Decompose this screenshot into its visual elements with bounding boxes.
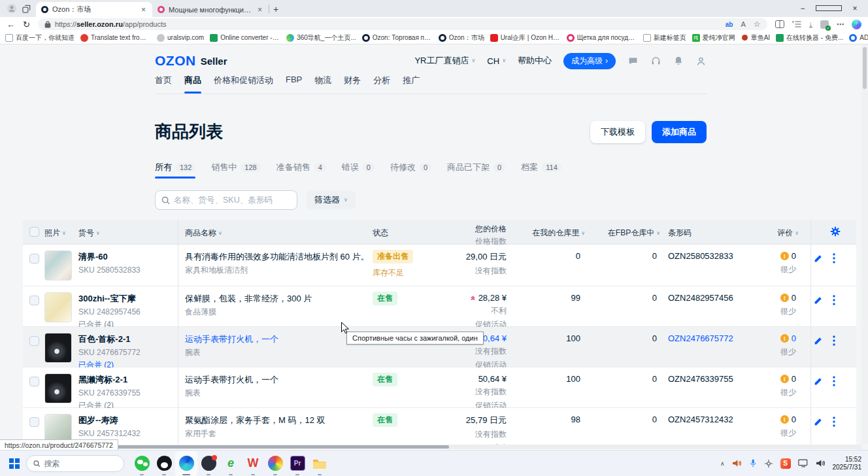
col-stock-my[interactable]: 在我的仓库里∨ (532, 228, 585, 239)
row-menu-button[interactable] (833, 295, 835, 305)
taskbar-app-edge[interactable] (175, 451, 197, 476)
language-switcher[interactable]: CH∨ (487, 56, 506, 66)
row-checkbox[interactable] (29, 417, 39, 427)
extension-icon[interactable]: ✓ (820, 20, 829, 29)
filter-tab-delisted[interactable]: 商品已下架0 (447, 162, 505, 178)
taskbar-search-input[interactable] (44, 459, 117, 468)
split-screen-icon[interactable] (775, 20, 784, 28)
more-menu-icon[interactable]: ⋯ (837, 20, 844, 29)
tab-groups-icon[interactable] (22, 5, 31, 13)
edit-button[interactable] (814, 296, 822, 305)
notifications-bell-icon[interactable] (673, 56, 684, 67)
filter-tab-all[interactable]: 所有132 (155, 162, 195, 178)
product-image[interactable] (44, 373, 72, 403)
nav-finance[interactable]: 财务 (344, 75, 361, 88)
taskbar-app-wechat[interactable] (131, 451, 153, 476)
bookmark[interactable]: Ozon: Торговая пл... (362, 34, 433, 42)
row-checkbox[interactable] (29, 254, 39, 264)
taskbar-app-wps[interactable]: W (242, 451, 264, 476)
horizontal-scrollbar[interactable] (0, 445, 861, 449)
filter-tab-errors[interactable]: 错误0 (342, 162, 375, 178)
bookmark[interactable]: Translate text from i... (80, 34, 151, 42)
edit-button[interactable] (814, 254, 822, 263)
filters-button[interactable]: 筛选器∨ (307, 190, 356, 210)
back-button[interactable]: ← (7, 20, 15, 29)
nav-pricing-promos[interactable]: 价格和促销活动 (214, 75, 273, 88)
row-checkbox[interactable] (29, 377, 39, 386)
bookmark[interactable]: Online converter - c... (210, 34, 280, 42)
col-stock-fbp[interactable]: 在FBP仓库中∨ (608, 228, 660, 239)
nav-analytics[interactable]: 分析 (373, 75, 390, 88)
filter-tab-ready[interactable]: 准备销售4 (276, 162, 326, 178)
taskbar-search[interactable] (26, 455, 124, 472)
row-menu-button[interactable] (833, 376, 835, 386)
bookmark[interactable]: 章鱼AI (741, 33, 770, 42)
col-rating[interactable]: 评价∨ (777, 228, 799, 239)
bookmark[interactable]: 360导航_一个主页... (286, 33, 356, 42)
select-all-checkbox[interactable] (29, 227, 39, 237)
product-name-link[interactable]: 具有消毒作用的强效多功能清洁地板片剂 60 片。 (185, 251, 371, 262)
tray-microphone-icon[interactable] (749, 458, 757, 468)
bookmark[interactable]: uralsvip.com (157, 34, 204, 42)
col-art[interactable]: 货号∨ (78, 228, 100, 239)
row-menu-button[interactable] (833, 253, 835, 264)
bookmark[interactable]: 在线转换器 - 免费... (776, 33, 843, 42)
product-name-link[interactable]: 保鲜膜，包装，非常经济，300 片 (185, 293, 371, 304)
ozon-logo[interactable]: OZON (155, 53, 196, 69)
copilot-icon[interactable] (852, 20, 861, 29)
product-name-link[interactable]: 运动手表带打火机，一个 (185, 333, 371, 345)
refresh-button[interactable]: ↻ (23, 20, 30, 29)
read-aloud-icon[interactable]: A (741, 20, 745, 28)
bookmark[interactable]: 纯爱纯净官网 (692, 33, 735, 42)
favorite-star-icon[interactable]: ☆ (754, 20, 761, 29)
product-search[interactable] (155, 190, 297, 210)
taskbar-app-browser360[interactable] (264, 451, 286, 476)
tray-recorder-icon[interactable] (732, 459, 742, 468)
browser-tab-inactive[interactable]: Мощные многофункциональнь × (152, 2, 269, 17)
profile-icon[interactable] (7, 3, 17, 14)
nav-logistics[interactable]: 物流 (314, 75, 331, 88)
tab-close-icon[interactable]: × (256, 5, 263, 14)
vertical-scrollbar-thumb[interactable] (863, 47, 867, 89)
store-switcher[interactable]: YR工厂直销店∨ (414, 55, 475, 67)
taskbar-clock[interactable]: 15:522025/7/31 (833, 456, 862, 471)
window-minimize-button[interactable]: − (790, 4, 816, 13)
col-photo[interactable]: 照片∨ (44, 228, 66, 239)
help-center-link[interactable]: 帮助中心 (518, 55, 552, 67)
taskbar-app-qq[interactable] (153, 451, 175, 476)
download-template-button[interactable]: 下载模板 (590, 121, 645, 143)
nav-promotion[interactable]: 推广 (403, 75, 420, 88)
browser-tab-active[interactable]: Ozon：市场 × (36, 2, 152, 17)
edit-button[interactable] (814, 418, 822, 426)
bookmark[interactable]: Ozon：市场 (439, 33, 484, 42)
vertical-scrollbar[interactable] (861, 44, 868, 445)
row-checkbox[interactable] (29, 296, 39, 305)
tray-volume-icon[interactable] (816, 459, 826, 468)
nav-fbp[interactable]: FBP (286, 75, 302, 88)
row-menu-button[interactable] (833, 416, 835, 427)
favorites-bar-icon[interactable] (792, 20, 801, 28)
product-name-link[interactable]: 聚氨酯涂层，家务手套，M 码，12 双 (185, 415, 371, 426)
row-checkbox[interactable] (29, 336, 39, 346)
tray-control-icon[interactable] (764, 459, 773, 468)
site-info-lock-icon[interactable] (44, 20, 51, 28)
translate-icon[interactable]: ab (726, 21, 733, 28)
col-name[interactable]: 商品名称∨ (185, 228, 222, 239)
product-image[interactable] (44, 250, 72, 280)
taskbar-app-music[interactable] (197, 451, 220, 476)
window-maximize-button[interactable] (816, 4, 842, 13)
taskbar-app-explorer[interactable] (309, 451, 331, 476)
product-image[interactable] (44, 292, 72, 322)
product-barcode-link[interactable]: OZN2476675772 (668, 333, 733, 343)
nav-home[interactable]: 首页 (155, 75, 172, 88)
add-product-button[interactable]: 添加商品 (652, 121, 707, 143)
product-name-link[interactable]: 运动手表带打火机，一个 (185, 374, 371, 385)
filter-tab-archive[interactable]: 档案114 (521, 162, 561, 178)
tray-display-icon[interactable] (798, 459, 809, 468)
search-input[interactable] (174, 196, 291, 205)
profile-icon[interactable] (695, 56, 707, 67)
new-tab-button[interactable]: + (273, 4, 278, 14)
row-menu-button[interactable] (833, 335, 835, 346)
nav-products[interactable]: 商品 (184, 75, 201, 88)
tray-sogou-icon[interactable]: S (780, 458, 791, 469)
